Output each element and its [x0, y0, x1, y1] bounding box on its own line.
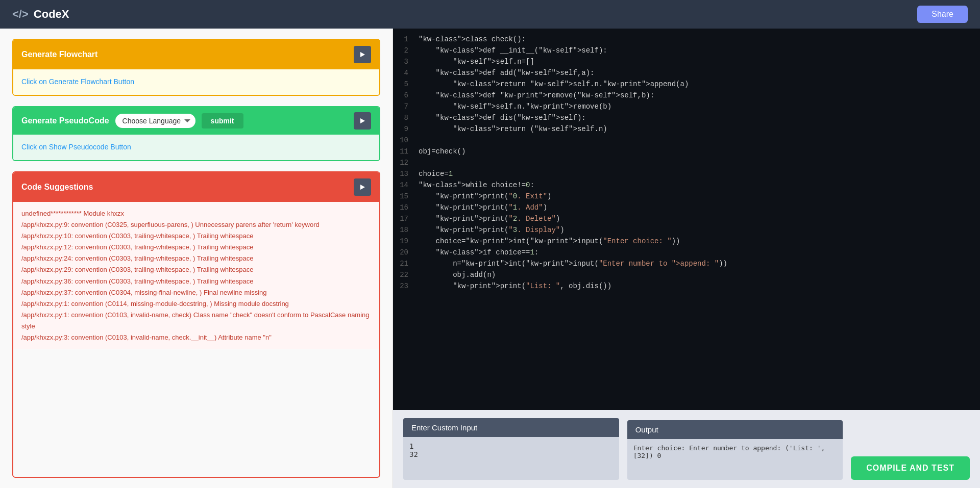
code-line: 20 "kw-class">if choice==1: [393, 247, 980, 258]
line-content: "kw-class">def add("kw-self">self,a): [419, 67, 980, 79]
code-line: 18 "kw-print">print("3. Display") [393, 224, 980, 236]
suggestion-line: /app/khxzx.py:12: convention (C0303, tra… [21, 242, 371, 253]
flowchart-section: Generate Flowchart Click on Generate Flo… [12, 39, 380, 96]
line-content [419, 157, 980, 168]
line-content: "kw-class">def dis("kw-self">self): [419, 112, 980, 123]
code-line: 6 "kw-class">def "kw-print">remove("kw-s… [393, 90, 980, 101]
output-body: Enter choice: Enter number to append: ('… [627, 439, 843, 480]
bottom-row: Enter Custom Input Output Enter choice: … [403, 418, 970, 480]
line-number: 4 [393, 67, 419, 79]
line-number: 10 [393, 135, 419, 146]
code-line: 10 [393, 135, 980, 146]
code-line: 7 "kw-self">self.n."kw-print">remove(b) [393, 101, 980, 112]
line-content: "kw-class">if choice==1: [419, 247, 980, 258]
code-line: 22 obj.add(n) [393, 269, 980, 280]
play-icon [359, 51, 366, 58]
line-number: 20 [393, 247, 419, 258]
line-content: "kw-print">print("0. Exit") [419, 191, 980, 202]
suggestions-body: undefined************ Module khxzx /app/… [13, 202, 379, 349]
code-line: 1"kw-class">class check(): [393, 34, 980, 45]
code-line: 23 "kw-print">print("List: ", obj.dis()) [393, 280, 980, 292]
line-number: 16 [393, 202, 419, 213]
left-panel: Generate Flowchart Click on Generate Flo… [0, 29, 393, 488]
code-line: 14"kw-class">while choice!=0: [393, 179, 980, 191]
header: </> CodeX Share [0, 0, 980, 29]
code-line: 13choice=1 [393, 168, 980, 179]
suggestion-line: /app/khxzx.py:37: convention (C0304, mis… [21, 287, 371, 298]
line-content: "kw-class">return ("kw-self">self.n) [419, 123, 980, 135]
line-content [419, 135, 980, 146]
flowchart-run-button[interactable] [354, 46, 371, 63]
pseudocode-header: Generate PseudoCode Choose Language Pyth… [13, 107, 379, 135]
pseudocode-section: Generate PseudoCode Choose Language Pyth… [12, 106, 380, 161]
code-line: 9 "kw-class">return ("kw-self">self.n) [393, 123, 980, 135]
main-layout: Generate Flowchart Click on Generate Flo… [0, 29, 980, 488]
line-content: "kw-class">while choice!=0: [419, 179, 980, 191]
line-number: 8 [393, 112, 419, 123]
line-content: "kw-class">def "kw-print">remove("kw-sel… [419, 90, 980, 101]
line-content: obj.add(n) [419, 269, 980, 280]
output-panel-header: Output [627, 420, 843, 439]
code-editor[interactable]: 1"kw-class">class check():2 "kw-class">d… [393, 29, 980, 410]
pseudocode-header-left: Generate PseudoCode Choose Language Pyth… [21, 113, 243, 129]
pseudocode-submit-button[interactable]: submit [202, 113, 243, 129]
line-number: 6 [393, 90, 419, 101]
line-number: 9 [393, 123, 419, 135]
line-content: "kw-class">class check(): [419, 34, 980, 45]
compile-button[interactable]: COMPILE AND TEST [851, 456, 970, 480]
pseudocode-title: Generate PseudoCode [21, 116, 109, 125]
line-content: "kw-print">print("1. Add") [419, 202, 980, 213]
play-icon [359, 117, 366, 124]
app-title: CodeX [34, 8, 69, 21]
input-panel-header: Enter Custom Input [403, 418, 619, 437]
bottom-section: Enter Custom Input Output Enter choice: … [393, 410, 980, 488]
custom-input-textarea[interactable] [403, 437, 619, 480]
language-select[interactable]: Choose Language Python Java C++ JavaScri… [115, 114, 195, 128]
code-line: 15 "kw-print">print("0. Exit") [393, 191, 980, 202]
line-number: 17 [393, 213, 419, 224]
line-content: "kw-self">self.n."kw-print">remove(b) [419, 101, 980, 112]
svg-marker-2 [360, 185, 365, 190]
suggestions-title: Code Suggestions [21, 183, 93, 192]
code-line: 4 "kw-class">def add("kw-self">self,a): [393, 67, 980, 79]
pseudocode-hint: Click on Show Pseudocode Button [21, 143, 131, 151]
line-content: choice="kw-print">int("kw-print">input("… [419, 236, 980, 247]
line-content: "kw-print">print("2. Delete") [419, 213, 980, 224]
suggestion-line: /app/khxzx.py:10: convention (C0303, tra… [21, 230, 371, 242]
suggestion-line: /app/khxzx.py:1: convention (C0103, inva… [21, 310, 371, 332]
share-button[interactable]: Share [917, 6, 968, 23]
line-number: 12 [393, 157, 419, 168]
suggestion-line: /app/khxzx.py:36: convention (C0303, tra… [21, 276, 371, 287]
suggestion-line: /app/khxzx.py:9: convention (C0325, supe… [21, 219, 371, 230]
right-panel: 1"kw-class">class check():2 "kw-class">d… [393, 29, 980, 488]
line-number: 11 [393, 146, 419, 157]
line-number: 13 [393, 168, 419, 179]
code-line: 16 "kw-print">print("1. Add") [393, 202, 980, 213]
line-number: 19 [393, 236, 419, 247]
line-content: choice=1 [419, 168, 980, 179]
flowchart-hint: Click on Generate Flowchart Button [21, 78, 134, 86]
suggestion-line: /app/khxzx.py:24: convention (C0303, tra… [21, 253, 371, 264]
line-number: 2 [393, 45, 419, 56]
line-number: 3 [393, 56, 419, 67]
flowchart-title: Generate Flowchart [21, 50, 97, 59]
code-line: 11obj=check() [393, 146, 980, 157]
suggestions-run-button[interactable] [354, 178, 371, 196]
line-content: obj=check() [419, 146, 980, 157]
code-line: 2 "kw-class">def __init__("kw-self">self… [393, 45, 980, 56]
suggestion-line: /app/khxzx.py:3: convention (C0103, inva… [21, 332, 371, 343]
line-content: "kw-self">self.n=[] [419, 56, 980, 67]
logo: </> CodeX [12, 8, 69, 21]
svg-marker-0 [360, 52, 365, 57]
pseudocode-body: Click on Show Pseudocode Button [13, 135, 379, 160]
pseudocode-run-button[interactable] [354, 112, 371, 130]
line-number: 14 [393, 179, 419, 191]
suggestion-line: /app/khxzx.py:1: convention (C0114, miss… [21, 298, 371, 310]
line-number: 5 [393, 79, 419, 90]
line-content: "kw-print">print("3. Display") [419, 224, 980, 236]
code-line: 17 "kw-print">print("2. Delete") [393, 213, 980, 224]
line-number: 22 [393, 269, 419, 280]
line-number: 1 [393, 34, 419, 45]
logo-icon: </> [12, 8, 29, 21]
line-number: 7 [393, 101, 419, 112]
